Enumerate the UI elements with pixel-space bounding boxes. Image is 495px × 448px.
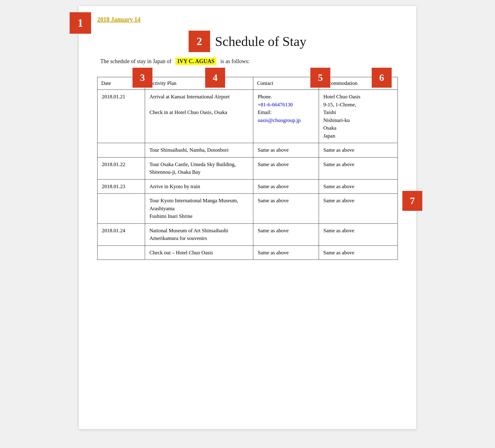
schedule-table: Date Activity Plan Contact Accommodation… bbox=[97, 77, 398, 260]
accommodation-cell: Same as above bbox=[319, 143, 398, 158]
date-cell bbox=[98, 143, 145, 158]
same-as-above: Same as above bbox=[258, 198, 289, 203]
page: 1 2018 January 14 2 Schedule of Stay The… bbox=[79, 6, 416, 429]
intro-suffix: is as follows: bbox=[221, 58, 250, 64]
contact-cell: Same as above bbox=[253, 179, 319, 194]
date-cell bbox=[98, 245, 145, 260]
document-date: 2018 January 14 bbox=[97, 16, 140, 23]
phone-label: Phone. bbox=[258, 94, 272, 100]
col-header-activity: Activity Plan bbox=[145, 77, 253, 90]
badge-7: 7 bbox=[402, 191, 422, 211]
same-as-above: Same as above bbox=[323, 161, 354, 167]
date-cell: 2018.01.22 bbox=[98, 157, 145, 179]
table-row: 2018.01.21 Arrival at Kansai Internation… bbox=[98, 90, 398, 143]
same-as-above: Same as above bbox=[323, 250, 354, 256]
table-row: Check out – Hotel Chuo Oasis Same as abo… bbox=[98, 245, 398, 260]
same-as-above: Same as above bbox=[258, 250, 289, 256]
intro-prefix: The schedule of stay in Japan of bbox=[100, 58, 171, 64]
activity-cell: Check out – Hotel Chuo Oasis bbox=[145, 245, 253, 260]
accommodation-cell: Same as above bbox=[319, 223, 398, 245]
accommodation-cell: Same as above bbox=[319, 194, 398, 224]
email-link[interactable]: oasis@chuogroup.jp bbox=[258, 117, 301, 123]
date-cell: 2018.01.21 bbox=[98, 90, 145, 143]
same-as-above: Same as above bbox=[323, 198, 354, 203]
email-label: Email: bbox=[258, 109, 271, 115]
contact-cell: Same as above bbox=[253, 245, 319, 260]
accommodation-cell: Hotel Chuo Oasis 9-15, 1-Chome, Taishi N… bbox=[319, 90, 398, 143]
same-as-above: Same as above bbox=[258, 147, 289, 153]
page-title: Schedule of Stay bbox=[215, 34, 306, 49]
same-as-above: Same as above bbox=[323, 228, 354, 233]
same-as-above: Same as above bbox=[323, 147, 354, 153]
activity-cell: Arrival at Kansai International Airport … bbox=[145, 90, 253, 143]
accommodation-cell: Same as above bbox=[319, 179, 398, 194]
badge-5: 5 bbox=[310, 68, 330, 88]
same-as-above: Same as above bbox=[258, 228, 289, 233]
table-row: Tour Shinsaibashi, Namba, Dotonbori Same… bbox=[98, 143, 398, 158]
activity-cell: Tour Osaka Castle, Umeda Sky Building, S… bbox=[145, 157, 253, 179]
contact-cell: Same as above bbox=[253, 223, 319, 245]
table-row: Tour Kyoto International Manga Museum, A… bbox=[98, 194, 398, 224]
activity-cell: Tour Shinsaibashi, Namba, Dotonbori bbox=[145, 143, 253, 158]
date-cell bbox=[98, 194, 145, 224]
badge-4: 4 bbox=[205, 68, 225, 88]
table-row: 2018.01.22 Tour Osaka Castle, Umeda Sky … bbox=[98, 157, 398, 179]
same-as-above: Same as above bbox=[258, 161, 289, 167]
phone-link[interactable]: +81-6-66476130 bbox=[258, 102, 293, 108]
badge-2: 2 bbox=[189, 31, 210, 52]
contact-cell: Same as above bbox=[253, 143, 319, 158]
badge-1: 1 bbox=[70, 12, 91, 34]
accommodation-cell: Same as above bbox=[319, 157, 398, 179]
activity-cell: Arrive in Kyoto by train bbox=[145, 179, 253, 194]
title-section: 2 Schedule of Stay bbox=[97, 31, 398, 52]
col-header-contact: Contact bbox=[253, 77, 319, 90]
table-row: 2018.01.24 National Museum of Art Shinsa… bbox=[98, 223, 398, 245]
table-row: 2018.01.23 Arrive in Kyoto by train Same… bbox=[98, 179, 398, 194]
activity-cell: Tour Kyoto International Manga Museum, A… bbox=[145, 194, 253, 224]
accommodation-cell: Same as above bbox=[319, 245, 398, 260]
intro-text: The schedule of stay in Japan of IVY C. … bbox=[100, 58, 398, 65]
same-as-above: Same as above bbox=[258, 184, 289, 189]
table-wrapper: 3 4 5 6 Date Activity Plan Contact Accom… bbox=[97, 77, 398, 260]
badge-6: 6 bbox=[372, 68, 392, 88]
contact-cell: Phone. +81-6-66476130 Email: oasis@chuog… bbox=[253, 90, 319, 143]
contact-cell: Same as above bbox=[253, 194, 319, 224]
date-cell: 2018.01.23 bbox=[98, 179, 145, 194]
date-cell: 2018.01.24 bbox=[98, 223, 145, 245]
same-as-above: Same as above bbox=[323, 184, 354, 189]
activity-cell: National Museum of Art Shinsaibashi Amer… bbox=[145, 223, 253, 245]
badge-3: 3 bbox=[132, 68, 152, 88]
contact-cell: Same as above bbox=[253, 157, 319, 179]
traveler-name: IVY C. AGUAS bbox=[175, 58, 216, 65]
